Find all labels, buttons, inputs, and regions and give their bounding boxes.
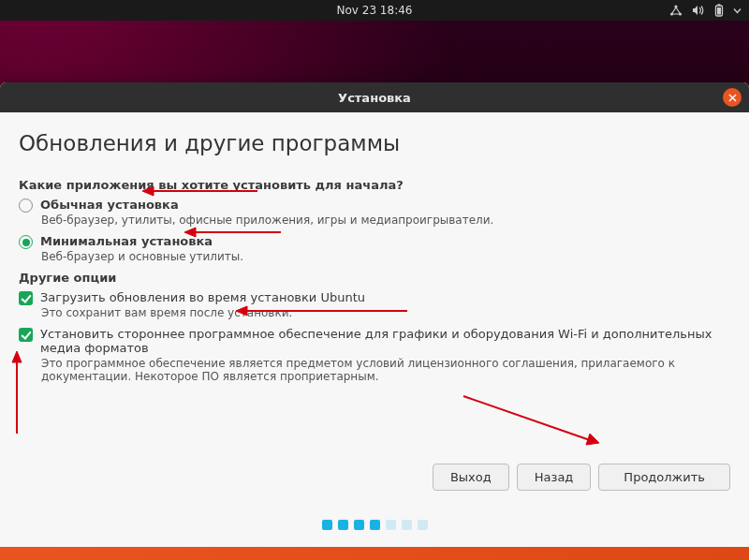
progress-dots [0, 520, 749, 530]
quit-button[interactable]: Выход [433, 464, 509, 491]
close-icon [728, 94, 737, 102]
option-download-updates-label: Загрузить обновления во время установки … [40, 290, 365, 304]
apps-question: Какие приложения вы хотите установить дл… [19, 178, 730, 192]
option-normal-install[interactable]: Обычная установка [19, 198, 730, 212]
option-minimal-install-desc: Веб-браузер и основные утилиты. [41, 250, 730, 263]
option-thirdparty[interactable]: Установить стороннее программное обеспеч… [19, 327, 730, 355]
option-thirdparty-desc: Это программное обеспечение является пре… [41, 357, 730, 383]
wizard-buttons: Выход Назад Продолжить [433, 464, 730, 491]
window-title: Установка [338, 91, 411, 105]
option-normal-install-label: Обычная установка [40, 198, 179, 212]
radio-minimal-install[interactable] [19, 235, 33, 249]
option-minimal-install-label: Минимальная установка [40, 234, 213, 248]
annotation-arrow [459, 389, 609, 454]
option-download-updates-desc: Это сохранит вам время после установки. [41, 306, 730, 319]
annotation-arrow [7, 349, 26, 438]
svg-rect-5 [717, 7, 721, 15]
window-titlebar: Установка [0, 82, 749, 112]
window-close-button[interactable] [723, 88, 742, 107]
checkbox-download-updates[interactable] [19, 291, 33, 305]
gnome-top-bar: Nov 23 18:46 [0, 0, 749, 21]
desktop-accent-strip [0, 547, 749, 560]
option-download-updates[interactable]: Загрузить обновления во время установки … [19, 290, 730, 304]
radio-normal-install[interactable] [19, 199, 33, 213]
power-menu-chevron-icon [733, 7, 742, 15]
network-icon [669, 5, 683, 16]
clock[interactable]: Nov 23 18:46 [337, 4, 413, 17]
checkbox-thirdparty[interactable] [19, 328, 33, 342]
svg-rect-4 [718, 4, 721, 6]
back-button[interactable]: Назад [517, 464, 592, 491]
page-heading: Обновления и другие программы [19, 131, 730, 155]
other-options-heading: Другие опции [19, 271, 730, 285]
volume-icon [692, 5, 705, 16]
system-tray[interactable] [669, 0, 742, 21]
svg-marker-15 [586, 434, 599, 445]
installer-window: Установка Обновления и другие программы … [0, 82, 749, 547]
option-normal-install-desc: Веб-браузер, утилиты, офисные приложения… [41, 214, 730, 227]
battery-icon [714, 4, 724, 17]
option-thirdparty-label: Установить стороннее программное обеспеч… [40, 327, 730, 355]
continue-button[interactable]: Продолжить [598, 464, 730, 491]
option-minimal-install[interactable]: Минимальная установка [19, 234, 730, 248]
svg-line-14 [463, 396, 590, 440]
installer-content: Обновления и другие программы Какие прил… [0, 112, 749, 547]
